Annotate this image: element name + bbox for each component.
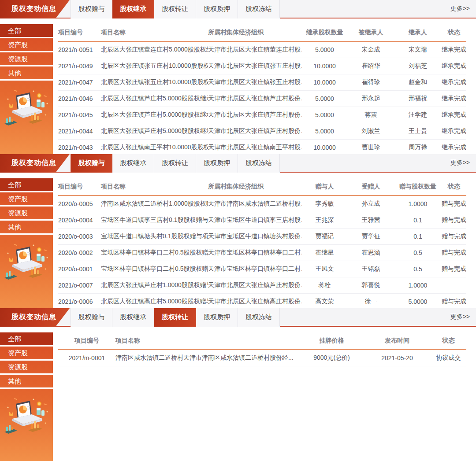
table-cell: 1.0000 [394,200,442,207]
sidebar-item-other[interactable]: 其他 [0,66,53,81]
table-cell: 邢永起 [348,95,394,103]
table-cell: 继承完成 [442,46,466,54]
table-header-row: 项目编号项目名称所属村集体经济组织赠与人受赠人赠与股权数量状态 [58,178,466,196]
table-cell: 刘淑兰 [348,127,394,135]
table-cell: 孙立成 [348,200,394,208]
section-title-banner: 股权变动信息 [0,308,70,327]
table-cell: 天津市北辰区大张庄镇董连庄村股... [208,46,301,54]
table-row[interactable]: 2020/o-0001宝坻区林亭口镇林亭口二村0.5股股权赠与...天津市宝坻区… [58,261,466,277]
tab-gift[interactable]: 股权赠与 [71,154,112,173]
sidebar-item-other[interactable]: 其他 [0,221,53,235]
table-row[interactable]: 2020/o-0003宝坻区牛道口镇塘头村0.1股股权赠与项目天津市宝坻区牛道口… [58,229,466,245]
table-row[interactable]: 2020/o-0004宝坻区牛道口镇李三店村0.1股股权赠与项目天津市宝坻区牛道… [58,212,466,229]
table-cell: 2021/n-0049 [58,63,101,70]
data-table: 项目编号项目名称所属村集体经济组织赠与人受赠人赠与股权数量状态 2020/o-0… [53,178,476,308]
table-cell: 天津市北辰区大张庄镇芦庄村股份... [208,127,301,135]
table-cell: 贾福记 [301,232,348,240]
sidebar-item-asset-shares[interactable]: 资产股 [0,38,53,52]
table-row[interactable]: 2021/n-0045北辰区大张庄镇芦庄村5.0000股股权继承...天津市北辰… [58,107,466,123]
column-header: 赠与股权数量 [394,183,442,191]
tab-freeze[interactable]: 股权冻结 [238,0,280,18]
table-cell: 刘福芝 [394,62,442,70]
table-cell: 天津市宝坻区林亭口镇林亭口二村... [208,265,301,273]
tab-inherit[interactable]: 股权继承 [112,308,154,327]
more-link[interactable]: 更多>> [450,313,470,321]
more-link[interactable]: 更多>> [450,5,470,13]
column-header: 项目名称 [115,337,300,345]
table-cell: 2021/n-0045 [58,111,101,118]
column-header: 所属村集体经济组织 [208,183,301,191]
table-cell: 天津市北辰区大张庄镇高庄村股份... [208,298,301,306]
sidebar-item-asset-shares[interactable]: 资产股 [0,192,53,207]
sidebar-item-resource-shares[interactable]: 资源股 [0,207,53,221]
table-cell: 2020/o-0004 [58,217,101,224]
table-cell: 继承完成 [442,127,466,135]
tab-pledge[interactable]: 股权质押 [196,154,238,173]
tab-transfer[interactable]: 股权转让 [154,308,196,327]
table-cell: 邢福祝 [394,95,442,103]
table-row[interactable]: 2021/n-0046北辰区大张庄镇芦庄村5.0000股股权继承...天津市北辰… [58,91,466,107]
column-header: 被继承人 [348,29,394,37]
table-cell: 郭喜悦 [348,281,394,289]
table-cell: 2020/o-0003 [58,233,101,240]
tab-pledge[interactable]: 股权质押 [196,0,238,18]
table-cell: 天津市津南区咸水沽镇二道桥村股... [208,200,301,208]
laptop-chart-illustration [3,242,50,284]
table-cell: 宋文瑞 [394,46,442,54]
table-cell: 10.0000 [301,63,348,70]
column-header: 状态 [442,29,466,37]
table-row[interactable]: 2021/n-0044北辰区大张庄镇芦庄村5.0000股股权继承...天津市北辰… [58,123,466,140]
table-cell: 2020/o-0005 [58,200,101,207]
tab-inherit[interactable]: 股权继承 [112,0,154,18]
table-row[interactable]: 2020/o-0002宝坻区林亭口镇林亭口二村0.5股股权赠与...天津市宝坻区… [58,245,466,261]
tab-inherit[interactable]: 股权继承 [112,154,154,173]
sidebar-item-all[interactable]: 全部 [0,178,53,192]
sidebar-item-all[interactable]: 全部 [0,24,53,38]
more-link[interactable]: 更多>> [450,159,470,167]
tab-freeze[interactable]: 股权冻结 [238,308,280,327]
tab-gift[interactable]: 股权赠与 [71,308,112,327]
tab-freeze[interactable]: 股权冻结 [238,154,280,173]
table-cell: 北辰区大张庄镇董连庄村5.0000股股权继... [101,46,208,54]
sidebar-item-asset-shares[interactable]: 资产股 [0,347,53,361]
sidebar-item-other[interactable]: 其他 [0,375,53,389]
table-row[interactable]: 2021/n-0047北辰区大张庄镇张五庄村10.0000股股权继...天津市北… [58,74,466,91]
tab-gift[interactable]: 股权赠与 [71,0,112,18]
table-cell: 崔得珍 [348,78,394,86]
table-cell: 继承完成 [442,111,466,119]
table-cell: 天津市北辰区大张庄镇南王平村股... [208,144,301,151]
equity-change-section-gift: 股权变动信息 股权赠与股权继承股权转让股权质押股权冻结 更多>> 全部资产股资源… [0,154,476,308]
column-header: 项目编号 [58,337,115,345]
section-header-strip: 股权变动信息 股权赠与股权继承股权转让股权质押股权冻结 更多>> [0,154,476,173]
table-cell: 1.0000 [394,282,442,289]
table-cell: 天津市北辰区大张庄镇芦庄村股份... [208,281,301,289]
category-sidebar: 全部资产股资源股其他 [0,178,53,308]
sidebar-item-all[interactable]: 全部 [0,332,53,347]
laptop-chart-illustration [3,88,50,130]
table-cell: 宝坻区林亭口镇林亭口二村0.5股股权赠与... [101,265,208,273]
table-row[interactable]: 2021/o-0007北辰区大张庄镇芦庄村1.0000股股权赠与...天津市北辰… [58,277,466,294]
table-cell: 2020/o-0002 [58,249,101,256]
table-row[interactable]: 2020/o-0005津南区咸水沽镇二道桥村1.0000股股权赠...天津市津南… [58,196,466,212]
tab-pledge[interactable]: 股权质押 [196,308,238,327]
table-cell: 5.0000 [301,46,348,53]
table-cell: 津南区咸水沽镇二道桥村天津市津南区咸水沽镇二道桥村股份经... [115,354,300,362]
sidebar-item-resource-shares[interactable]: 资源股 [0,52,53,66]
data-table: 项目编号项目名称所属村集体经济组织继承股权数量被继承人继承人状态 2021/n-… [53,24,476,154]
table-row[interactable]: 2021/n-0049北辰区大张庄镇张五庄村10.0000股股权继...天津市北… [58,58,466,74]
table-cell: 高文荣 [301,298,348,306]
table-cell: 宝坻区林亭口镇林亭口二村0.5股股权赠与... [101,249,208,257]
table-cell: 王凤文 [301,265,348,273]
table-row[interactable]: 2021/m-0001津南区咸水沽镇二道桥村天津市津南区咸水沽镇二道桥村股份经.… [58,350,466,366]
table-cell: 2021/m-0001 [58,354,115,361]
table-row[interactable]: 2021/o-0006北辰区大张庄镇高庄村5.0000股股权赠与...天津市北辰… [58,294,466,310]
table-cell: 协议成交 [431,354,466,362]
table-cell: 王士贵 [394,127,442,135]
column-header: 所属村集体经济组织 [208,29,301,37]
data-table: 项目编号项目名称挂牌价格发布时间状态 2021/m-0001津南区咸水沽镇二道桥… [53,332,476,461]
table-row[interactable]: 2021/n-0051北辰区大张庄镇董连庄村5.0000股股权继...天津市北辰… [58,42,466,58]
sidebar-item-resource-shares[interactable]: 资源股 [0,361,53,375]
table-row[interactable]: 2021/n-0043北辰区大张庄镇南王平村10.0000股股权继...天津市北… [58,140,466,156]
tab-transfer[interactable]: 股权转让 [154,154,196,173]
tab-transfer[interactable]: 股权转让 [154,0,196,18]
